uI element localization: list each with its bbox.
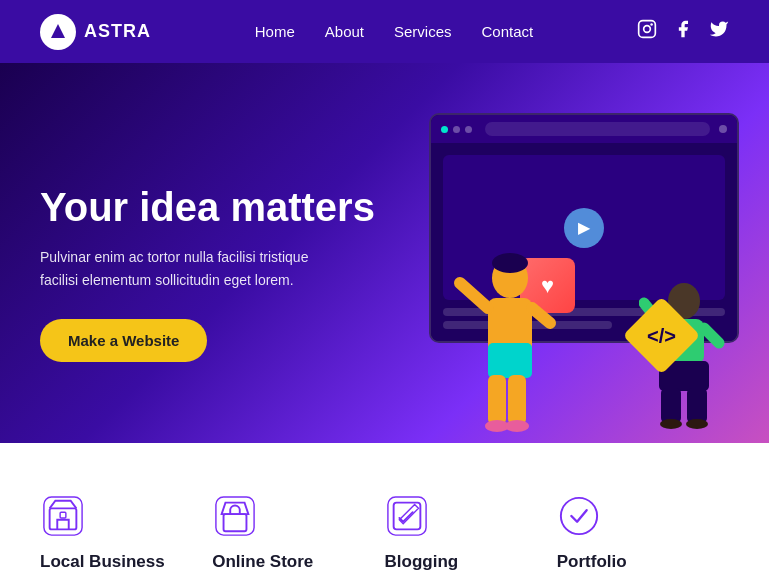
svg-line-8 — [460, 283, 488, 308]
local-business-icon — [40, 493, 85, 538]
figure-orange — [450, 243, 560, 443]
nav-services[interactable]: Services — [394, 23, 452, 40]
navbar: ASTRA Home About Services Contact — [0, 0, 769, 63]
svg-point-13 — [505, 420, 529, 432]
feature-local-business-title: Local Business — [40, 552, 202, 572]
svg-point-22 — [686, 419, 708, 429]
svg-rect-10 — [488, 375, 506, 425]
feature-blogging-title: Blogging — [385, 552, 547, 572]
svg-rect-20 — [687, 388, 707, 423]
nav-about[interactable]: About — [325, 23, 364, 40]
facebook-icon[interactable] — [673, 19, 693, 44]
svg-rect-19 — [661, 388, 681, 423]
svg-point-5 — [492, 253, 528, 273]
blogging-icon — [385, 493, 430, 538]
feature-portfolio: Portfolio Lorem ipsum dolor consectetur … — [557, 493, 729, 572]
hero-heading: Your idea matters — [40, 184, 420, 230]
logo-icon — [40, 14, 76, 50]
svg-point-0 — [56, 32, 60, 36]
hero-illustration: ▶ ♥ — [420, 103, 729, 443]
svg-rect-11 — [508, 375, 526, 425]
nav-home[interactable]: Home — [255, 23, 295, 40]
svg-rect-25 — [60, 512, 66, 518]
svg-point-2 — [644, 26, 651, 33]
nav-links: Home About Services Contact — [255, 23, 533, 40]
online-store-icon — [212, 493, 257, 538]
feature-portfolio-title: Portfolio — [557, 552, 719, 572]
svg-line-9 — [532, 308, 550, 323]
hero-subtext: Pulvinar enim ac tortor nulla facilisi t… — [40, 246, 340, 291]
feature-local-business: Local Business Lorem ipsum dolor consect… — [40, 493, 212, 572]
browser-dot-3 — [465, 126, 472, 133]
feature-blogging: Blogging Lorem ipsum dolor consectetur a… — [385, 493, 557, 572]
twitter-icon[interactable] — [709, 19, 729, 44]
svg-point-3 — [650, 23, 653, 26]
browser-dot-1 — [441, 126, 448, 133]
instagram-icon[interactable] — [637, 19, 657, 44]
logo[interactable]: ASTRA — [40, 14, 151, 50]
play-button[interactable]: ▶ — [564, 208, 604, 248]
hero-content: Your idea matters Pulvinar enim ac torto… — [40, 184, 420, 362]
browser-dot-2 — [453, 126, 460, 133]
portfolio-icon — [557, 493, 602, 538]
features-section: Local Business Lorem ipsum dolor consect… — [0, 443, 769, 572]
svg-point-21 — [660, 419, 682, 429]
browser-bar — [431, 115, 737, 143]
feature-online-store-title: Online Store — [212, 552, 374, 572]
svg-point-30 — [561, 497, 597, 533]
nav-contact[interactable]: Contact — [482, 23, 534, 40]
svg-line-18 — [704, 328, 719, 343]
hero-section: Your idea matters Pulvinar enim ac torto… — [0, 63, 769, 443]
cta-button[interactable]: Make a Website — [40, 319, 207, 362]
logo-text: ASTRA — [84, 21, 151, 42]
social-icons — [637, 19, 729, 44]
svg-rect-27 — [223, 514, 246, 531]
svg-rect-7 — [488, 343, 532, 378]
svg-rect-1 — [639, 21, 656, 38]
browser-dot-4 — [719, 125, 727, 133]
browser-url-bar — [485, 122, 710, 136]
feature-online-store: Online Store Lorem ipsum dolor consectet… — [212, 493, 384, 572]
